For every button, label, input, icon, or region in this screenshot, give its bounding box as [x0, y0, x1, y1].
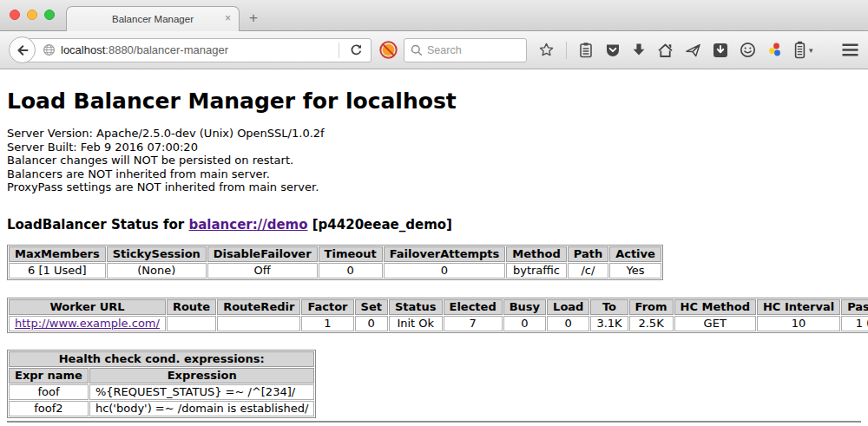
balancer-demo-link[interactable]: balancer://demo [188, 217, 307, 233]
col-hc-method: HC Method [674, 299, 756, 315]
cell-expr-name: foof [9, 384, 89, 400]
cell-expr-name: foof2 [9, 401, 89, 416]
zoom-window-button[interactable] [44, 10, 55, 20]
urlbar-divider [339, 43, 339, 58]
bookmark-star-icon[interactable] [538, 42, 555, 58]
persist-notice-line: Balancer changes will NOT be persisted o… [7, 154, 861, 167]
traffic-lights [10, 10, 55, 20]
table-row: foof %{REQUEST_STATUS} =~ /^[234]/ [9, 384, 314, 400]
server-info: Server Version: Apache/2.5.0-dev (Unix) … [7, 127, 861, 194]
col-passes: Passes [841, 299, 868, 315]
server-version-line: Server Version: Apache/2.5.0-dev (Unix) … [7, 127, 861, 141]
search-input[interactable] [427, 44, 520, 56]
menu-hamburger-icon[interactable] [841, 43, 859, 57]
flash-blocked-icon[interactable] [379, 41, 398, 59]
cell-expression: %{REQUEST_STATUS} =~ /^[234]/ [89, 384, 315, 400]
col-busy: Busy [503, 299, 546, 315]
col-stickysession: StickySession [107, 246, 207, 262]
reload-button[interactable] [345, 43, 367, 56]
worker-url-link[interactable]: http://www.example.com/ [15, 317, 160, 330]
col-timeout: Timeout [319, 246, 383, 262]
battery-extension-icon[interactable] [794, 41, 806, 59]
cell-failoverattempts: 0 [384, 263, 506, 279]
col-factor: Factor [301, 299, 353, 315]
table-header-row: MaxMembers StickySession DisableFailover… [9, 246, 661, 262]
close-window-button[interactable] [10, 10, 20, 20]
cell-factor: 1 [301, 316, 353, 331]
url-host: localhost [61, 43, 105, 56]
search-box [404, 38, 527, 62]
cell-from: 2.5K [629, 316, 674, 331]
colored-dots-extension-icon[interactable] [767, 42, 783, 58]
cell-passes: 1 (0) [841, 316, 868, 331]
emoji-smiley-icon[interactable] [740, 42, 756, 58]
minimize-window-button[interactable] [27, 10, 37, 20]
search-icon [411, 44, 423, 56]
col-route: Route [167, 299, 216, 315]
table-title-row: Health check cond. expressions: [9, 351, 314, 367]
cell-set: 0 [355, 316, 388, 331]
balancers-notice-line: Balancers are NOT inherited from main se… [7, 167, 861, 181]
col-disablefailover: DisableFailover [207, 246, 318, 262]
col-failoverattempts: FailoverAttempts [384, 246, 506, 262]
proxypass-notice-line: ProxyPass settings are NOT inherited fro… [7, 180, 861, 194]
col-expression: Expression [89, 368, 315, 383]
back-button[interactable] [9, 36, 36, 63]
extension-dropdown-caret[interactable]: ▾ [809, 46, 813, 55]
table-row: 6 [1 Used] (None) Off 0 0 bytraffic /c/ … [9, 263, 661, 279]
col-path: Path [568, 246, 608, 262]
browser-window: Balancer Manager × + localhost:8880/bala… [0, 0, 868, 426]
tab-title: Balancer Manager [112, 14, 194, 24]
url-text[interactable]: localhost:8880/balancer-manager [61, 43, 228, 56]
downloads-icon[interactable] [632, 43, 646, 57]
cell-timeout: 0 [319, 263, 383, 279]
cell-stickysession: (None) [107, 263, 207, 279]
cell-disablefailover: Off [207, 263, 318, 279]
health-check-table: Health check cond. expressions: Expr nam… [7, 350, 316, 418]
col-active: Active [609, 246, 661, 262]
url-path: :8880/balancer-manager [105, 43, 228, 56]
tab-balancer-manager[interactable]: Balancer Manager × [66, 6, 240, 31]
cell-hc-method: GET [674, 316, 756, 331]
page-title: Load Balancer Manager for localhost [7, 88, 861, 114]
bottom-horizontal-rule [7, 421, 861, 423]
col-elected: Elected [444, 299, 503, 315]
tab-close-icon[interactable]: × [225, 13, 231, 23]
col-hc-interval: HC Interval [757, 299, 840, 315]
title-bar: Balancer Manager × + [0, 0, 868, 31]
col-to: To [590, 299, 628, 315]
worker-table: Worker URL Route RouteRedir Factor Set S… [7, 298, 868, 333]
col-status: Status [389, 299, 443, 315]
server-built-line: Server Built: Feb 9 2016 07:00:20 [7, 141, 861, 154]
cell-status: Init Ok [389, 316, 443, 331]
cell-to: 3.1K [590, 316, 628, 331]
bookmarks-list-icon[interactable] [578, 42, 594, 58]
health-check-table-title: Health check cond. expressions: [9, 351, 314, 367]
col-from: From [629, 299, 674, 315]
col-routeredir: RouteRedir [217, 299, 300, 315]
loadbalancer-status-heading: LoadBalancer Status for balancer://demo … [7, 217, 861, 233]
col-expr-name: Expr name [9, 368, 89, 383]
cell-hc-interval: 10 [757, 316, 840, 331]
home-icon[interactable] [657, 43, 674, 58]
table-header-row: Expr name Expression [9, 368, 314, 383]
table-row: foof2 hc('body') =~ /domain is establish… [9, 401, 314, 416]
url-bar[interactable]: localhost:8880/balancer-manager [23, 38, 372, 62]
new-tab-button[interactable]: + [249, 10, 258, 27]
globe-icon [43, 43, 56, 56]
col-load: Load [547, 299, 589, 315]
pocket-icon[interactable] [605, 43, 621, 58]
toolbar-buttons: ▾ [538, 41, 868, 59]
cell-elected: 7 [444, 316, 503, 331]
balancer-summary-table: MaxMembers StickySession DisableFailover… [7, 245, 663, 280]
video-download-icon[interactable] [713, 43, 728, 58]
cell-active: Yes [609, 263, 661, 279]
col-maxmembers: MaxMembers [9, 246, 106, 262]
status-heading-suffix: [p4420eeae_demo] [308, 217, 452, 233]
send-tab-plane-icon[interactable] [685, 43, 701, 58]
cell-busy: 0 [503, 316, 546, 331]
cell-routeredir [217, 316, 300, 331]
page-content: Load Balancer Manager for localhost Serv… [0, 69, 868, 423]
cell-worker-url: http://www.example.com/ [9, 316, 166, 331]
col-method: Method [506, 246, 566, 262]
